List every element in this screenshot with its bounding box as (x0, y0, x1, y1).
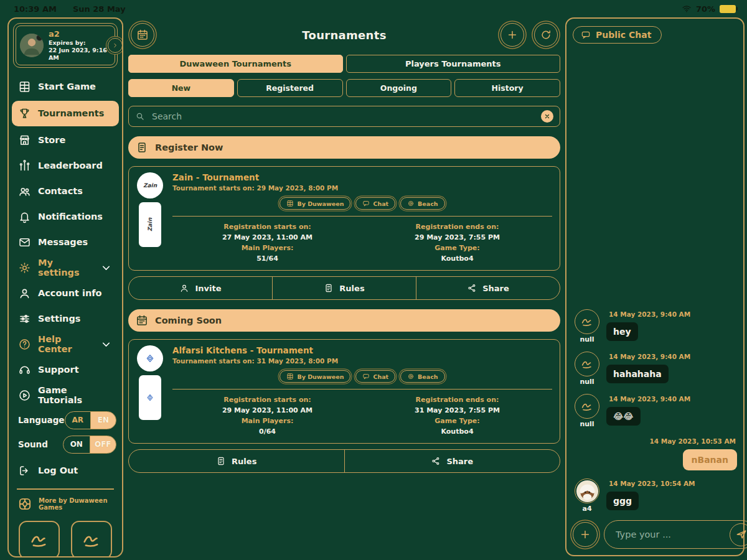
badge-beach[interactable]: Beach (400, 197, 445, 210)
invite-button[interactable]: Invite (129, 277, 272, 299)
profile-expires-value: 22 Jun 2023, 9:16 AM (49, 47, 111, 62)
tournament-type-tabs: Duwaween Tournaments Players Tournaments (128, 55, 560, 73)
plus-icon (579, 528, 591, 541)
badge-by-duwaween[interactable]: By Duwaween (280, 370, 350, 383)
tournament-card-alfarsi[interactable]: Alfarsi Kitchens - Tournament Tournament… (128, 339, 560, 444)
sidebar-item-account-info[interactable]: Account info (12, 281, 119, 306)
rules-button[interactable]: Rules (129, 450, 344, 472)
sound-label: Sound (18, 439, 48, 449)
badge-beach[interactable]: Beach (400, 370, 445, 383)
sender-name: a4 (582, 505, 591, 513)
sound-toggle[interactable]: ON OFF (63, 436, 116, 454)
gear-icon (18, 261, 31, 274)
clear-search-button[interactable] (541, 110, 553, 123)
duwaween-logo-avatar[interactable] (575, 394, 599, 419)
sidebar-item-messages[interactable]: Messages (12, 230, 119, 255)
game-type-label: Game Type: (362, 416, 552, 426)
sidebar-item-my-settings[interactable]: My settings (12, 255, 119, 281)
profile-card[interactable]: a2 Expires by: 22 Jun 2023, 9:16 AM (13, 23, 118, 68)
profile-expand-button[interactable] (108, 38, 123, 53)
store-icon (18, 134, 31, 147)
sidebar-item-game-tutorials[interactable]: Game Tutorials (12, 383, 119, 408)
tab-players-tournaments[interactable]: Players Tournaments (346, 55, 561, 73)
main-players-value: 51/64 (172, 253, 362, 264)
alfarsi-logo (137, 345, 163, 371)
message-input[interactable] (614, 529, 730, 540)
chat-message: a4 14 May 2023, 10:54 AM ggg (573, 478, 737, 513)
sidebar-item-label: Leaderboard (38, 161, 103, 170)
card1-actions: Invite Rules Share (128, 276, 560, 300)
tab-registered[interactable]: Registered (237, 79, 343, 97)
reg-ends-label: Registration ends on: (362, 394, 552, 405)
sidebar-item-contacts[interactable]: Contacts (12, 179, 119, 204)
logout-label: Log Out (38, 465, 78, 475)
language-label: Language (18, 415, 65, 425)
rules-icon (324, 283, 334, 293)
game-tile-2[interactable] (71, 521, 112, 558)
share-icon (431, 456, 441, 466)
sidebar-item-notifications[interactable]: Notifications (12, 204, 119, 230)
badge-chat[interactable]: Chat (355, 370, 395, 383)
wifi-icon (682, 4, 692, 14)
sidebar-item-help-center[interactable]: Help Center (12, 332, 119, 357)
share-icon (467, 283, 477, 293)
tab-duwaween-tournaments[interactable]: Duwaween Tournaments (128, 55, 343, 73)
share-button[interactable]: Share (416, 277, 560, 299)
calendar-icon (136, 314, 148, 327)
status-time: 10:39 AM (14, 4, 57, 14)
main-content: Tournaments Duwaween Tournaments Players… (128, 19, 560, 473)
send-button[interactable] (730, 523, 747, 546)
sidebar-item-support[interactable]: Support (12, 357, 119, 383)
person-icon (18, 287, 31, 300)
more-by-duwaween[interactable]: More by Duwaween Games (12, 495, 119, 512)
status-bar: 10:39 AM Sun 28 May 70% (0, 0, 747, 16)
card-divider (172, 216, 552, 217)
language-option-ar[interactable]: AR (65, 412, 91, 429)
sound-option-on[interactable]: ON (63, 436, 90, 453)
rules-button[interactable]: Rules (272, 277, 416, 299)
badge-by-duwaween[interactable]: By Duwaween (280, 197, 350, 210)
ornate-logo-icon (17, 496, 33, 512)
tab-history[interactable]: History (454, 79, 560, 97)
sound-row: Sound ON OFF (12, 432, 119, 457)
sidebar-item-tournaments[interactable]: Tournaments (12, 101, 119, 126)
search-input[interactable] (151, 111, 535, 122)
duwaween-logo-avatar[interactable] (575, 309, 599, 334)
language-toggle[interactable]: AR EN (65, 411, 116, 429)
main-players-label: Main Players: (172, 416, 362, 426)
attach-button[interactable] (573, 522, 598, 547)
tab-ongoing[interactable]: Ongoing (346, 79, 452, 97)
sidebar-item-settings[interactable]: Settings (12, 306, 119, 332)
user-avatar[interactable] (575, 478, 599, 503)
chat-input-row (573, 520, 737, 549)
profile-avatar (20, 34, 44, 57)
reg-ends-value: 29 May 2023, 7:55 PM (362, 232, 552, 243)
sound-option-off[interactable]: OFF (90, 436, 116, 453)
register-icon (136, 141, 148, 154)
sidebar-item-label: Contacts (38, 186, 83, 196)
arabic-game-logo-icon (80, 530, 103, 551)
chat-messages[interactable]: null 14 May 2023, 9:40 AM hey null 14 Ma… (573, 44, 737, 513)
play-circle-icon (18, 389, 31, 402)
chat-message: null 14 May 2023, 9:40 AM 😂😂 (573, 394, 737, 428)
question-icon (18, 338, 31, 351)
tab-new[interactable]: New (128, 79, 234, 97)
sidebar-item-store[interactable]: Store (12, 128, 119, 153)
duwaween-logo-avatar[interactable] (575, 352, 599, 376)
bell-icon (18, 210, 31, 223)
register-now-button[interactable]: Register Now (128, 136, 560, 159)
chat-bubble-icon (581, 30, 591, 40)
message-bubble: ggg (606, 492, 639, 510)
share-button[interactable]: Share (344, 450, 560, 472)
game-tile-1[interactable] (19, 521, 60, 558)
profile-badge (36, 34, 43, 41)
logout-button[interactable]: Log Out (12, 458, 119, 483)
leaderboard-icon (18, 159, 31, 172)
sidebar-item-leaderboard[interactable]: Leaderboard (12, 153, 119, 179)
language-option-en[interactable]: EN (91, 412, 116, 429)
chat-message: null 14 May 2023, 9:40 AM hahahaha (573, 352, 737, 386)
sidebar-item-start-game[interactable]: Start Game (12, 74, 119, 100)
badge-chat[interactable]: Chat (355, 197, 395, 210)
tournament-card-zain[interactable]: Zain Zain Zain - Tournament Tournament s… (128, 166, 560, 271)
message-bubble: hey (606, 322, 638, 341)
